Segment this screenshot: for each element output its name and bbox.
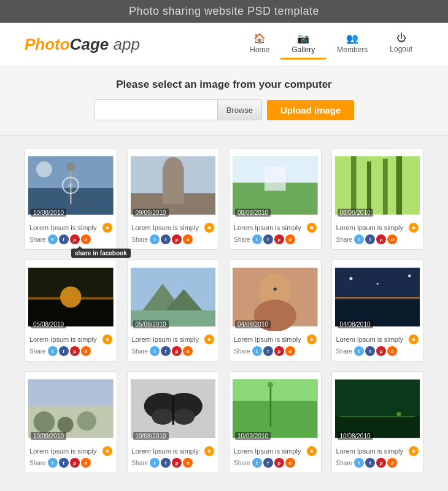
logo-cage: Cage <box>70 35 109 53</box>
favorite-star-icon[interactable]: ★ <box>102 334 112 344</box>
logo-photo: Photo <box>25 35 70 53</box>
twitter-share-icon[interactable]: t <box>150 458 160 468</box>
pinterest-share-icon[interactable]: p <box>70 234 80 244</box>
pinterest-share-icon[interactable]: p <box>274 234 284 244</box>
pinterest-share-icon[interactable]: p <box>274 458 284 468</box>
twitter-share-icon[interactable]: t <box>354 234 364 244</box>
photo-thumbnail[interactable]: 08/08/2010 <box>233 152 318 219</box>
digg-share-icon[interactable]: d <box>285 346 295 356</box>
facebook-share-icon[interactable]: f <box>59 458 69 468</box>
photo-thumbnail[interactable]: 09/09/2010 <box>131 152 216 219</box>
pinterest-share-icon[interactable]: p <box>376 234 386 244</box>
favorite-star-icon[interactable]: ★ <box>409 223 419 233</box>
nav-gallery[interactable]: 📷 Gallery <box>280 29 326 60</box>
digg-share-icon[interactable]: d <box>81 458 91 468</box>
upload-title: Please select an image from your compute… <box>25 79 423 91</box>
file-path-input[interactable] <box>95 100 217 120</box>
photo-card: 04/08/2010Lorem Ipsum is simply★Sharetfp… <box>229 260 322 361</box>
twitter-share-icon[interactable]: t <box>252 234 262 244</box>
facebook-share-icon[interactable]: f <box>59 346 69 356</box>
favorite-star-icon[interactable]: ★ <box>204 446 214 456</box>
photo-share-row: Sharetfpd <box>335 456 420 468</box>
nav-home[interactable]: 🏠 Home <box>239 29 280 60</box>
twitter-share-icon[interactable]: t <box>252 346 262 356</box>
favorite-star-icon[interactable]: ★ <box>102 446 112 456</box>
favorite-star-icon[interactable]: ★ <box>204 223 214 233</box>
photo-share-row: Sharetfpd <box>233 344 318 356</box>
digg-share-icon[interactable]: d <box>387 234 397 244</box>
favorite-star-icon[interactable]: ★ <box>307 334 317 344</box>
digg-share-icon[interactable]: d <box>285 458 295 468</box>
pinterest-share-icon[interactable]: p <box>172 346 182 356</box>
photo-thumbnail[interactable]: 10/09/2010 <box>28 375 114 443</box>
pinterest-share-icon[interactable]: p <box>70 458 80 468</box>
pinterest-share-icon[interactable]: p <box>376 458 386 468</box>
digg-share-icon[interactable]: d <box>387 458 397 468</box>
photo-thumbnail[interactable]: 10/08/2010 <box>131 375 216 443</box>
facebook-share-icon[interactable]: f <box>365 346 375 356</box>
favorite-star-icon[interactable]: ★ <box>307 223 317 233</box>
browse-button[interactable]: Browse <box>217 100 261 120</box>
photo-zoom-icon[interactable]: + <box>62 177 79 194</box>
svg-point-38 <box>58 417 74 433</box>
photo-description-row: Lorem Ipsum is simply★ <box>28 223 114 233</box>
twitter-share-icon[interactable]: t <box>252 458 262 468</box>
file-input-wrapper: Browse <box>94 99 262 120</box>
twitter-share-icon[interactable]: t <box>48 234 58 244</box>
pinterest-share-icon[interactable]: p <box>376 346 386 356</box>
pinterest-share-icon[interactable]: p <box>172 234 182 244</box>
photo-description-text: Lorem Ipsum is simply <box>29 447 96 455</box>
digg-share-icon[interactable]: d <box>183 346 193 356</box>
facebook-share-icon[interactable]: f <box>161 346 171 356</box>
twitter-share-icon[interactable]: t <box>150 346 160 356</box>
twitter-share-icon[interactable]: t <box>354 458 364 468</box>
facebook-share-icon[interactable]: f <box>365 234 375 244</box>
twitter-share-icon[interactable]: t <box>48 458 58 468</box>
facebook-share-icon[interactable]: f <box>161 458 171 468</box>
digg-share-icon[interactable]: d <box>81 234 91 244</box>
photo-thumbnail[interactable]: 08/08/2010 <box>335 152 420 219</box>
twitter-share-icon[interactable]: t <box>48 346 58 356</box>
favorite-star-icon[interactable]: ★ <box>307 446 317 456</box>
facebook-share-icon[interactable]: f <box>263 346 273 356</box>
digg-share-icon[interactable]: d <box>183 234 193 244</box>
favorite-star-icon[interactable]: ★ <box>409 334 419 344</box>
photo-thumbnail[interactable]: 04/08/2010 <box>233 263 318 331</box>
digg-share-icon[interactable]: d <box>183 458 193 468</box>
photo-date: 05/08/2010 <box>31 320 66 328</box>
svg-rect-47 <box>172 395 174 425</box>
photo-card: 10/09/2010Lorem Ipsum is simply★Sharetfp… <box>25 371 117 473</box>
facebook-tooltip: share in facebook <box>71 249 131 258</box>
twitter-share-icon[interactable]: t <box>354 346 364 356</box>
pinterest-share-icon[interactable]: p <box>70 346 80 356</box>
photo-thumbnail[interactable]: 05/08/2010 <box>28 263 114 331</box>
pinterest-share-icon[interactable]: p <box>172 458 182 468</box>
photo-thumbnail[interactable]: 10/08/2010+ <box>28 152 114 219</box>
upload-button[interactable]: Upload image <box>267 100 354 120</box>
digg-share-icon[interactable]: d <box>387 346 397 356</box>
photo-thumbnail[interactable]: 10/08/2010 <box>335 375 420 443</box>
photo-share-row: Sharetfpd <box>131 456 216 468</box>
photo-thumbnail[interactable]: 04/08/2010 <box>335 263 420 331</box>
nav-logout[interactable]: ⏻ Logout <box>379 29 423 60</box>
facebook-share-icon[interactable]: f <box>263 234 273 244</box>
facebook-share-icon[interactable]: f <box>365 458 375 468</box>
favorite-star-icon[interactable]: ★ <box>204 334 214 344</box>
twitter-share-icon[interactable]: t <box>150 234 160 244</box>
digg-share-icon[interactable]: d <box>285 234 295 244</box>
pinterest-share-icon[interactable]: p <box>274 346 284 356</box>
logout-icon: ⏻ <box>396 33 406 44</box>
photo-date: 05/09/2010 <box>133 320 169 328</box>
favorite-star-icon[interactable]: ★ <box>102 223 112 233</box>
photo-thumbnail[interactable]: 10/09/2010 <box>233 375 318 443</box>
facebook-share-icon[interactable]: f <box>263 458 273 468</box>
nav-members[interactable]: 👥 Members <box>326 29 379 60</box>
main-nav: 🏠 Home 📷 Gallery 👥 Members ⏻ Logout <box>239 29 423 60</box>
share-label: Share <box>29 236 46 243</box>
facebook-share-icon[interactable]: fshare in facebook <box>59 234 69 244</box>
photo-thumbnail[interactable]: 05/09/2010 <box>131 263 216 331</box>
photo-description-text: Lorem Ipsum is simply <box>132 224 199 231</box>
digg-share-icon[interactable]: d <box>81 346 91 356</box>
favorite-star-icon[interactable]: ★ <box>409 446 419 456</box>
facebook-share-icon[interactable]: f <box>161 234 171 244</box>
